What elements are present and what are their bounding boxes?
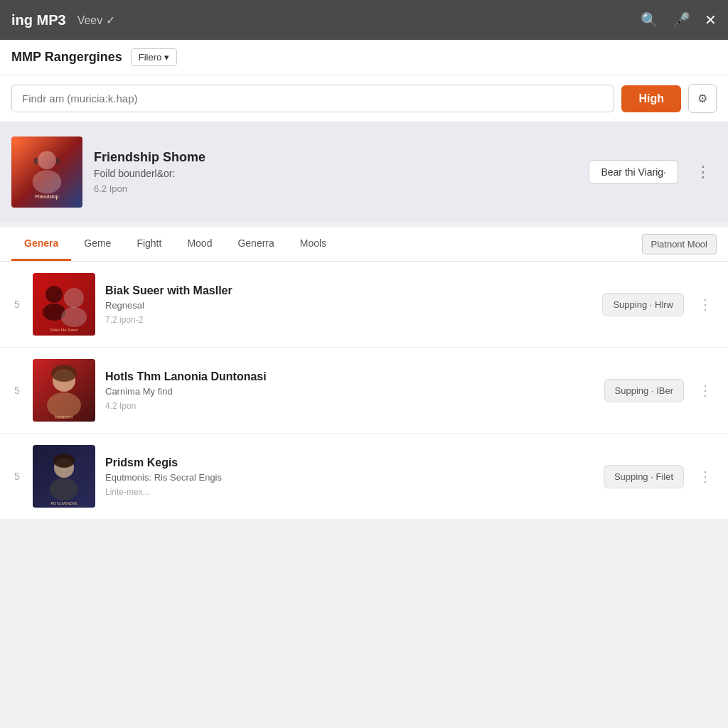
tabs-list: Genera Geme Fightt Mood Generra Mools xyxy=(11,228,642,261)
item-info: Biak Sueer with Masller Regnesal 7.2 ipo… xyxy=(105,284,592,325)
tab-mools[interactable]: Mools xyxy=(287,228,339,261)
header-icons: 🔍 🎤 ✕ xyxy=(641,11,717,28)
item-more-button[interactable]: ⋮ xyxy=(694,296,717,313)
tab-mood[interactable]: Mood xyxy=(174,228,225,261)
tab-fightt[interactable]: Fightt xyxy=(124,228,174,261)
item-thumbnail: REMONT xyxy=(33,359,95,422)
featured-title: Friendship Shome xyxy=(94,150,577,165)
svg-text:RO GUVENOVE: RO GUVENOVE xyxy=(50,501,77,505)
item-number: 5 xyxy=(11,299,23,310)
brand-label: Veev ✓ xyxy=(77,14,115,27)
settings-button[interactable]: ⚙ xyxy=(688,84,717,113)
list-item: 5 Dekc Na Nave Biak Sueer with Maslle xyxy=(0,262,728,348)
platnont-mool-button[interactable]: Platnont Mool xyxy=(642,234,717,255)
item-info: Pridsm Kegis Equtmonis: Ris Secral Engis… xyxy=(105,456,594,497)
app-title: ing MP3 xyxy=(11,12,66,28)
svg-point-14 xyxy=(47,392,81,418)
svg-rect-3 xyxy=(34,158,38,164)
list-item: 5 REMONT Hotls Thm Lanonia Duntonasi xyxy=(0,348,728,434)
search-icon[interactable]: 🔍 xyxy=(641,11,658,28)
featured-action-button[interactable]: Bear thi Viarig· xyxy=(589,160,678,184)
item-meta: Linte-mex... xyxy=(105,487,594,497)
featured-thumbnail: Friendship xyxy=(11,136,82,208)
item-action-button[interactable]: Supping · IBer xyxy=(604,379,684,402)
high-button[interactable]: High xyxy=(621,85,681,112)
close-icon[interactable]: ✕ xyxy=(705,11,717,28)
featured-info: Friendship Shome Foild bounderl&or: 6.2 … xyxy=(94,150,577,194)
item-subtitle: Carnima My find xyxy=(105,386,594,397)
search-input[interactable] xyxy=(11,85,614,112)
svg-point-9 xyxy=(64,288,84,308)
item-thumbnail: RO GUVENOVE xyxy=(33,445,95,508)
svg-rect-6 xyxy=(33,273,95,336)
item-meta: 7.2 ipon-2 xyxy=(105,315,592,325)
filter-button[interactable]: Filero ▾ xyxy=(131,48,177,66)
item-number: 5 xyxy=(11,385,23,396)
svg-point-7 xyxy=(46,286,63,303)
item-info: Hotls Thm Lanonia Duntonasi Carnima My f… xyxy=(105,370,594,411)
featured-subtitle: Foild bounderl&or: xyxy=(94,168,577,179)
svg-text:Dekc Na Nave: Dekc Na Nave xyxy=(50,328,78,332)
item-title: Biak Sueer with Masller xyxy=(105,284,592,297)
featured-more-button[interactable]: ⋮ xyxy=(690,163,717,181)
item-subtitle: Regnesal xyxy=(105,300,592,311)
item-number: 5 xyxy=(11,471,23,482)
mic-icon[interactable]: 🎤 xyxy=(673,11,690,28)
svg-point-20 xyxy=(53,454,75,468)
tab-genera[interactable]: Genera xyxy=(11,228,71,261)
featured-card: Friendship Friendship Shome Foild bounde… xyxy=(0,122,728,222)
item-title: Pridsm Kegis xyxy=(105,456,594,469)
svg-text:Friendship: Friendship xyxy=(36,194,59,200)
svg-point-15 xyxy=(51,365,77,382)
item-thumbnail: Dekc Na Nave xyxy=(33,273,95,336)
search-bar: High ⚙ xyxy=(0,75,728,122)
svg-point-10 xyxy=(61,307,87,327)
music-list: 5 Dekc Na Nave Biak Sueer with Maslle xyxy=(0,262,728,519)
svg-rect-4 xyxy=(56,158,60,164)
svg-point-2 xyxy=(33,170,61,193)
featured-meta: 6.2 Ipon xyxy=(94,183,577,194)
item-more-button[interactable]: ⋮ xyxy=(694,468,717,485)
list-item: 5 RO GUVENOVE Pridsm Kegis Equt xyxy=(0,434,728,519)
tab-geme[interactable]: Geme xyxy=(71,228,124,261)
tab-generra[interactable]: Generra xyxy=(225,228,287,261)
svg-point-1 xyxy=(38,151,56,170)
page-title: MMP Rangergines xyxy=(11,50,122,65)
item-title: Hotls Thm Lanonia Duntonasi xyxy=(105,370,594,383)
item-meta: 4.2 Ipon xyxy=(105,401,594,411)
svg-text:REMONT: REMONT xyxy=(55,415,73,419)
svg-point-19 xyxy=(50,478,78,500)
item-subtitle: Equtmonis: Ris Secral Engis xyxy=(105,472,594,483)
app-header: ing MP3 Veev ✓ 🔍 🎤 ✕ xyxy=(0,0,728,40)
item-more-button[interactable]: ⋮ xyxy=(694,382,717,399)
page-header: MMP Rangergines Filero ▾ xyxy=(0,40,728,75)
featured-art: Friendship xyxy=(11,136,82,208)
item-action-button[interactable]: Supping · Filet xyxy=(604,465,684,488)
tabs-section: Genera Geme Fightt Mood Generra Mools Pl… xyxy=(0,228,728,262)
item-action-button[interactable]: Supping · Hlrw xyxy=(602,293,684,316)
